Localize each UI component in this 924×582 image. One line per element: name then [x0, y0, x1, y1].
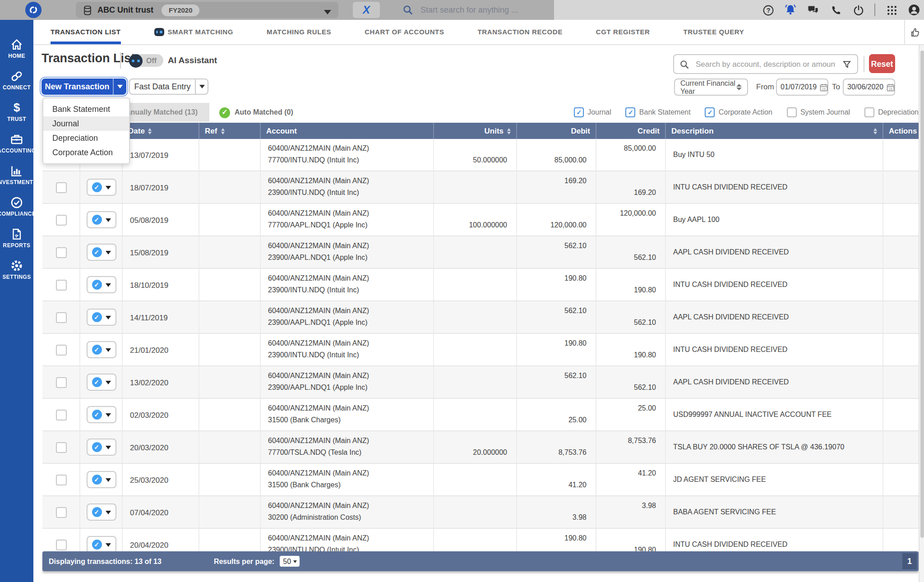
sidebar-item-trust[interactable]: $TRUST	[0, 96, 33, 127]
global-search[interactable]	[402, 0, 558, 20]
actions-cell[interactable]	[882, 334, 919, 365]
menu-item-depreciation[interactable]: Depreciation	[43, 131, 129, 145]
excel-export-button[interactable]: X	[353, 2, 380, 18]
checkbox[interactable]	[864, 107, 874, 117]
filter-system-journal[interactable]: System Journal	[787, 107, 850, 117]
table-row[interactable]: ✓18/07/201960400/ANZ12MAIN (Main ANZ)239…	[42, 171, 919, 204]
actions-cell[interactable]	[882, 204, 919, 236]
fast-data-entry-caret-button[interactable]	[195, 79, 208, 95]
phone-icon[interactable]	[829, 4, 842, 16]
sidebar-item-home[interactable]: HOME	[0, 32, 33, 64]
tab-transaction-recode[interactable]: TRANSACTION RECODE	[478, 20, 563, 44]
actions-cell[interactable]	[882, 399, 919, 430]
tab-transaction-list[interactable]: TRANSACTION LIST	[51, 20, 120, 44]
ai-assistant-toggle[interactable]: Off	[130, 54, 163, 67]
help-icon[interactable]: ?	[762, 4, 774, 16]
feedback-button[interactable]	[904, 20, 924, 45]
sidebar-item-accounting[interactable]: ACCOUNTING	[0, 127, 33, 159]
table-row[interactable]: ✓21/01/202060400/ANZ12MAIN (Main ANZ)239…	[42, 334, 919, 366]
row-checkbox[interactable]	[55, 409, 66, 420]
entity-caret-icon[interactable]	[324, 2, 331, 18]
match-status-button[interactable]: ✓	[86, 406, 116, 423]
actions-cell[interactable]	[882, 431, 919, 463]
tab-smart-matching[interactable]: SMART MATCHING	[154, 20, 233, 44]
power-icon[interactable]	[852, 4, 864, 16]
actions-cell[interactable]	[882, 464, 919, 495]
actions-cell[interactable]	[882, 269, 919, 300]
actions-cell[interactable]	[882, 236, 919, 268]
sidebar-item-connect[interactable]: CONNECT	[0, 64, 33, 96]
fast-data-entry-button[interactable]: Fast Data Entry	[129, 79, 196, 95]
match-status-button[interactable]: ✓	[86, 244, 116, 261]
table-row[interactable]: ✓18/10/201960400/ANZ12MAIN (Main ANZ)239…	[42, 269, 919, 301]
match-status-button[interactable]: ✓	[86, 471, 116, 488]
column-header-description[interactable]: Description	[665, 123, 882, 139]
calendar-icon[interactable]: 15	[886, 83, 895, 92]
filter-journal[interactable]: ✓Journal	[574, 107, 611, 117]
tab-trustee-query[interactable]: TRUSTEE QUERY	[684, 20, 744, 44]
row-checkbox[interactable]	[55, 539, 66, 550]
table-row[interactable]: ✓07/04/202060400/ANZ12MAIN (Main ANZ)302…	[42, 496, 919, 529]
app-logo-icon[interactable]	[25, 2, 42, 18]
to-date-input[interactable]: 30/06/2020 15	[843, 79, 895, 96]
sidebar-item-settings[interactable]: SETTINGS	[0, 254, 33, 285]
filter-depreciation[interactable]: Depreciation	[864, 107, 919, 117]
scrollbar[interactable]	[919, 45, 924, 582]
column-header-date[interactable]: Date	[122, 123, 199, 139]
row-checkbox[interactable]	[55, 344, 66, 355]
from-date-input[interactable]: 01/07/2019 15	[776, 79, 828, 96]
table-row[interactable]: ✓02/03/202060400/ANZ12MAIN (Main ANZ)315…	[42, 399, 919, 431]
actions-cell[interactable]	[882, 496, 919, 528]
match-status-button[interactable]: ✓	[86, 309, 116, 326]
match-status-button[interactable]: ✓	[86, 503, 116, 521]
sort-icon[interactable]	[873, 128, 877, 134]
actions-cell[interactable]	[882, 366, 919, 398]
menu-item-bank-statement[interactable]: Bank Statement	[43, 102, 129, 116]
row-checkbox[interactable]	[55, 474, 66, 485]
column-header-units[interactable]: Units	[433, 123, 516, 139]
period-select[interactable]: Current Financial Year	[674, 79, 748, 96]
table-row[interactable]: ✓14/11/201960400/ANZ12MAIN (Main ANZ)239…	[42, 301, 919, 334]
chat-icon[interactable]	[807, 4, 819, 16]
row-checkbox[interactable]	[55, 182, 66, 193]
transaction-search-input[interactable]	[694, 59, 837, 69]
actions-cell[interactable]	[882, 139, 919, 171]
match-status-button[interactable]: ✓	[86, 179, 116, 196]
checkbox[interactable]: ✓	[705, 107, 715, 117]
new-transaction-caret-icon[interactable]	[113, 79, 126, 95]
match-status-button[interactable]: ✓	[86, 439, 116, 456]
column-header-ref[interactable]: Ref	[199, 123, 260, 139]
sidebar-item-compliance[interactable]: COMPLIANCE	[0, 190, 33, 222]
entity-selector[interactable]: ABC Unit trust FY2020	[76, 2, 338, 18]
row-checkbox[interactable]	[55, 507, 66, 517]
actions-cell[interactable]	[882, 171, 919, 203]
filter-funnel-icon[interactable]	[842, 59, 852, 69]
sidebar-item-reports[interactable]: REPORTS	[0, 222, 33, 254]
checkbox[interactable]	[787, 107, 797, 117]
sort-icon[interactable]	[148, 128, 152, 134]
filter-bank-statement[interactable]: ✓Bank Statement	[626, 107, 691, 117]
global-search-input[interactable]	[419, 5, 558, 15]
scrollbar-thumb[interactable]	[920, 51, 924, 538]
match-status-button[interactable]: ✓	[86, 374, 116, 391]
table-row[interactable]: ✓13/02/202060400/ANZ12MAIN (Main ANZ)239…	[42, 366, 919, 399]
row-checkbox[interactable]	[55, 377, 66, 388]
row-checkbox[interactable]	[55, 247, 66, 258]
apps-grid-icon[interactable]	[885, 4, 898, 16]
row-checkbox[interactable]	[55, 312, 66, 323]
page-number-button[interactable]: 1	[902, 553, 917, 569]
table-row[interactable]: ✓15/08/201960400/ANZ12MAIN (Main ANZ)239…	[42, 236, 919, 269]
table-row[interactable]: ✓20/03/202060400/ANZ12MAIN (Main ANZ)777…	[42, 431, 919, 464]
row-checkbox[interactable]	[55, 442, 66, 453]
transaction-search[interactable]	[673, 54, 858, 74]
tab-matching-rules[interactable]: MATCHING RULES	[267, 20, 331, 44]
reset-button[interactable]: Reset	[869, 54, 895, 73]
sort-icon[interactable]	[507, 128, 511, 134]
table-row[interactable]: ✓05/08/201960400/ANZ12MAIN (Main ANZ)777…	[42, 204, 919, 236]
match-status-button[interactable]: ✓	[86, 276, 116, 293]
calendar-icon[interactable]: 15	[819, 83, 828, 92]
menu-item-journal[interactable]: Journal	[43, 116, 129, 131]
table-row[interactable]: ✓13/07/201960400/ANZ12MAIN (Main ANZ)777…	[42, 139, 919, 171]
match-status-button[interactable]: ✓	[86, 211, 116, 228]
sidebar-item-investments[interactable]: INVESTMENTS	[0, 159, 33, 190]
